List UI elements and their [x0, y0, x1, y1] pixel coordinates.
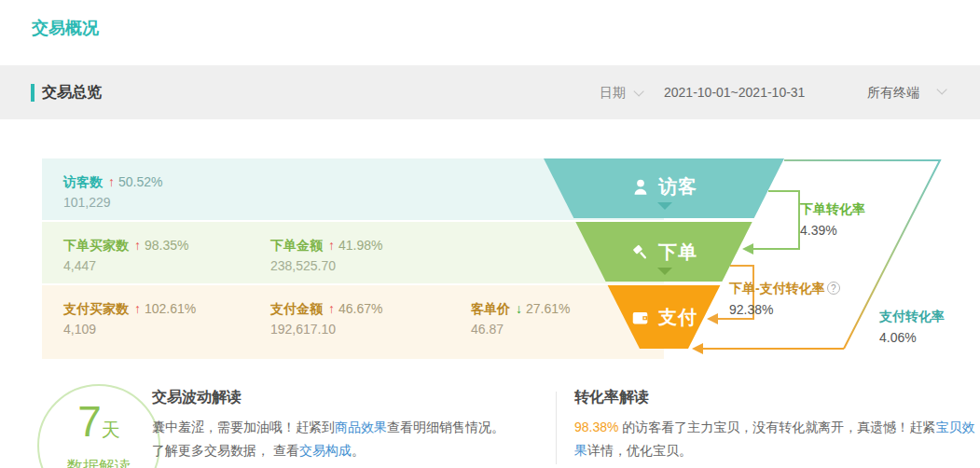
order-payment-conversion-rate: 下单-支付转化率? 92.38% — [729, 281, 840, 317]
chevron-down-icon — [657, 202, 672, 210]
trade-composition-link[interactable]: 交易构成 — [299, 443, 352, 458]
terminal-dropdown[interactable]: 所有终端 — [867, 85, 919, 102]
funnel-stage-payment: 支付 — [594, 305, 734, 330]
section-toolbar: 交易总览 日期 2021-10-01~2021-10-31 所有终端 — [0, 65, 980, 119]
trade-fluctuation-insight: 交易波动解读 囊中羞涩，需要加油哦！赶紧到商品效果查看明细销售情况。 了解更多交… — [152, 388, 544, 462]
trade-overview-page: 交易概况 交易总览 日期 2021-10-01~2021-10-31 所有终端 … — [0, 0, 980, 468]
metric-order-buyers: 下单买家数↑98.35% 4,447 — [63, 236, 188, 275]
metric-visitors: 访客数↑50.52% 101,229 — [63, 172, 162, 212]
section-tick — [31, 84, 35, 102]
chevron-down-icon[interactable] — [936, 84, 946, 94]
section-title: 交易总览 — [42, 83, 102, 103]
conversion-highlight: 98.38% — [574, 420, 618, 434]
product-effect-link[interactable]: 商品效果 — [335, 420, 387, 434]
up-arrow-icon: ↑ — [328, 238, 335, 253]
funnel-stage-visitor: 访客 — [594, 174, 734, 200]
up-arrow-icon: ↑ — [134, 301, 141, 316]
chevron-down-icon — [633, 86, 643, 96]
funnel-stage-order: 下单 — [594, 240, 734, 265]
payment-conversion-rate: 支付转化率 4.06% — [879, 309, 945, 345]
seven-day-badge: 7天 数据解读 — [37, 384, 160, 468]
up-arrow-icon: ↑ — [328, 301, 335, 316]
order-conversion-rate: 下单转化率 4.39% — [800, 201, 865, 238]
up-arrow-icon: ↑ — [108, 174, 115, 189]
chevron-down-icon — [657, 268, 672, 275]
gavel-icon — [630, 242, 651, 263]
help-icon[interactable]: ? — [827, 282, 840, 295]
date-range-value[interactable]: 2021-10-01~2021-10-31 — [664, 85, 805, 100]
person-icon — [630, 177, 651, 198]
wallet-icon — [630, 308, 651, 328]
insight-divider — [556, 392, 557, 464]
page-title: 交易概况 — [32, 17, 99, 39]
date-dropdown[interactable]: 日期 — [600, 85, 641, 102]
up-arrow-icon: ↑ — [134, 238, 141, 253]
metric-order-amount: 下单金额↑41.98% 238,525.70 — [270, 236, 382, 275]
metric-payment-buyers: 支付买家数↑102.61% 4,109 — [63, 299, 196, 338]
metric-payment-amount: 支付金额↑46.67% 192,617.10 — [270, 299, 382, 338]
conversion-insight: 转化率解读 98.38% 的访客看了主力宝贝，没有转化就离开，真遗憾！赶紧宝贝效… — [574, 388, 975, 462]
